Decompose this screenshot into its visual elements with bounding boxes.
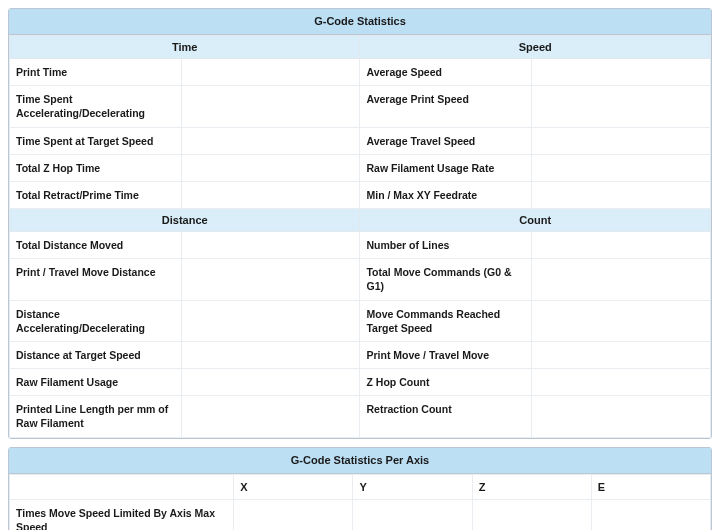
stat-value [181,396,360,437]
axis-header-x: X [234,474,353,499]
axis-value [234,499,353,530]
axis-header-e: E [591,474,710,499]
section-header-count: Count [360,209,711,232]
axis-value [353,499,472,530]
stat-value [532,369,711,396]
gcode-statistics-panel: G-Code Statistics Time Speed Print Time … [8,8,712,439]
section-header-speed: Speed [360,36,711,59]
section-header-time: Time [10,36,360,59]
stat-value [181,154,360,181]
gcode-per-axis-title: G-Code Statistics Per Axis [9,448,711,474]
stat-label: Print Time [10,59,182,86]
stat-label: Total Retract/Prime Time [10,181,182,208]
stats-row: Time Spent at Target Speed Average Trave… [10,127,711,154]
stat-value [532,259,711,300]
stat-label: Average Travel Speed [360,127,532,154]
stat-value [181,127,360,154]
stat-value [532,86,711,127]
section-header-distance: Distance [10,209,360,232]
stats-row: Print / Travel Move Distance Total Move … [10,259,711,300]
stat-label: Min / Max XY Feedrate [360,181,532,208]
stats-row: Distance Accelerating/Decelerating Move … [10,300,711,341]
stat-value [532,341,711,368]
axis-header-y: Y [353,474,472,499]
stat-label: Total Z Hop Time [10,154,182,181]
stat-value [181,341,360,368]
stat-label: Distance at Target Speed [10,341,182,368]
stat-label: Distance Accelerating/Decelerating [10,300,182,341]
stat-label: Raw Filament Usage Rate [360,154,532,181]
axis-header-z: Z [472,474,591,499]
stat-label: Total Distance Moved [10,232,182,259]
stat-label: Average Print Speed [360,86,532,127]
stats-row: Total Distance Moved Number of Lines [10,232,711,259]
axis-label: Times Move Speed Limited By Axis Max Spe… [10,499,234,530]
stat-value [532,232,711,259]
stat-value [181,181,360,208]
stat-value [532,59,711,86]
stats-row: Print Time Average Speed [10,59,711,86]
stat-value [181,59,360,86]
stat-value [532,127,711,154]
stats-row: Total Retract/Prime Time Min / Max XY Fe… [10,181,711,208]
stat-label: Retraction Count [360,396,532,437]
stat-value [532,181,711,208]
stat-label: Number of Lines [360,232,532,259]
axis-value [472,499,591,530]
stat-value [181,232,360,259]
gcode-statistics-table: Time Speed Print Time Average Speed Time… [9,35,711,438]
axis-header-blank [10,474,234,499]
stat-label: Print / Travel Move Distance [10,259,182,300]
stat-value [181,369,360,396]
stat-value [181,86,360,127]
axis-row: Times Move Speed Limited By Axis Max Spe… [10,499,711,530]
stat-label: Printed Line Length per mm of Raw Filame… [10,396,182,437]
stat-label: Raw Filament Usage [10,369,182,396]
stat-value [532,300,711,341]
gcode-per-axis-panel: G-Code Statistics Per Axis X Y Z E Times… [8,447,712,530]
stat-label: Time Spent Accelerating/Decelerating [10,86,182,127]
stats-row: Time Spent Accelerating/Decelerating Ave… [10,86,711,127]
stat-label: Time Spent at Target Speed [10,127,182,154]
stat-label: Average Speed [360,59,532,86]
stat-value [532,396,711,437]
stats-row: Total Z Hop Time Raw Filament Usage Rate [10,154,711,181]
stats-row: Raw Filament Usage Z Hop Count [10,369,711,396]
stat-value [532,154,711,181]
stat-label: Total Move Commands (G0 & G1) [360,259,532,300]
stat-label: Z Hop Count [360,369,532,396]
stats-row: Distance at Target Speed Print Move / Tr… [10,341,711,368]
gcode-per-axis-table: X Y Z E Times Move Speed Limited By Axis… [9,474,711,530]
gcode-statistics-title: G-Code Statistics [9,9,711,35]
stat-label: Move Commands Reached Target Speed [360,300,532,341]
axis-value [591,499,710,530]
stat-label: Print Move / Travel Move [360,341,532,368]
stats-row: Printed Line Length per mm of Raw Filame… [10,396,711,437]
stat-value [181,259,360,300]
stat-value [181,300,360,341]
